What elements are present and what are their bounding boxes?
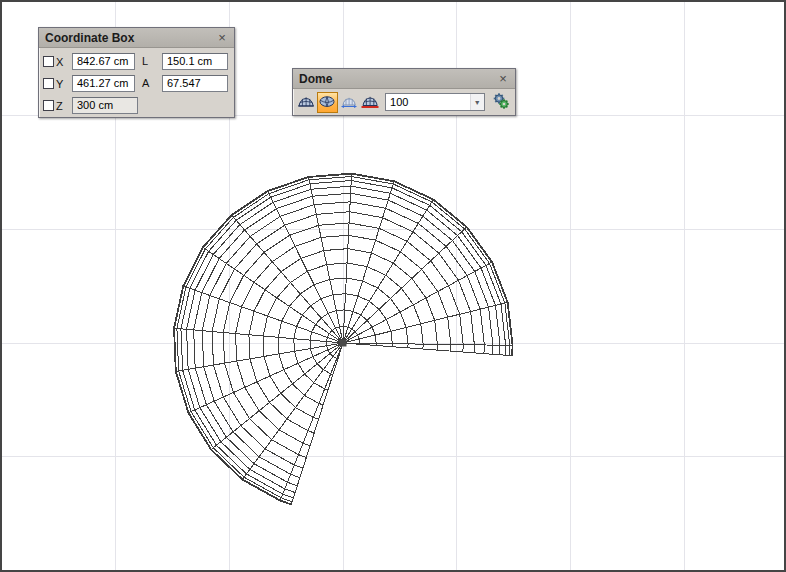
x-label: X	[56, 56, 68, 68]
close-icon[interactable]: ×	[214, 30, 230, 45]
dome-toolbar-title: Dome	[299, 72, 332, 86]
z-value-field[interactable]: 300 cm	[72, 97, 138, 114]
a-value-field[interactable]: 67.547	[162, 75, 228, 92]
coordinate-box-dialog: Coordinate Box × X 842.67 cm L 150.1 cm …	[38, 27, 235, 118]
app-window: Coordinate Box × X 842.67 cm L 150.1 cm …	[0, 0, 786, 572]
a-label: A	[142, 77, 154, 89]
dome-move-icon	[340, 94, 358, 111]
dome-style-2-button[interactable]	[317, 92, 339, 113]
y-label: Y	[56, 78, 68, 90]
dome-style-4-button[interactable]	[360, 92, 382, 113]
y-checkbox[interactable]	[43, 78, 54, 89]
gear-icon	[491, 92, 511, 112]
coordinate-box-title: Coordinate Box	[45, 31, 134, 45]
l-value-field[interactable]: 150.1 cm	[162, 53, 228, 70]
chevron-down-icon[interactable]: ▼	[470, 94, 484, 110]
segments-combobox[interactable]: 100 ▼	[385, 93, 485, 111]
dome-style-1-button[interactable]	[295, 92, 317, 113]
dome-style-3-button[interactable]	[338, 92, 360, 113]
dome-base-icon	[361, 94, 379, 111]
dome-toolbar-titlebar[interactable]: Dome ×	[293, 69, 515, 89]
settings-button[interactable]	[490, 92, 513, 113]
x-checkbox[interactable]	[43, 56, 54, 67]
dome-wireframe-icon	[297, 94, 315, 111]
dome-toolbar: Dome ×	[292, 68, 516, 116]
dome-tilted-icon	[318, 94, 336, 111]
coordinate-box-titlebar[interactable]: Coordinate Box ×	[39, 28, 234, 48]
z-checkbox[interactable]	[43, 100, 54, 111]
l-label: L	[142, 55, 154, 67]
x-value-field[interactable]: 842.67 cm	[72, 53, 135, 70]
segments-value: 100	[386, 96, 470, 108]
z-label: Z	[56, 100, 68, 112]
y-value-field[interactable]: 461.27 cm	[72, 75, 135, 92]
close-icon[interactable]: ×	[495, 71, 511, 86]
